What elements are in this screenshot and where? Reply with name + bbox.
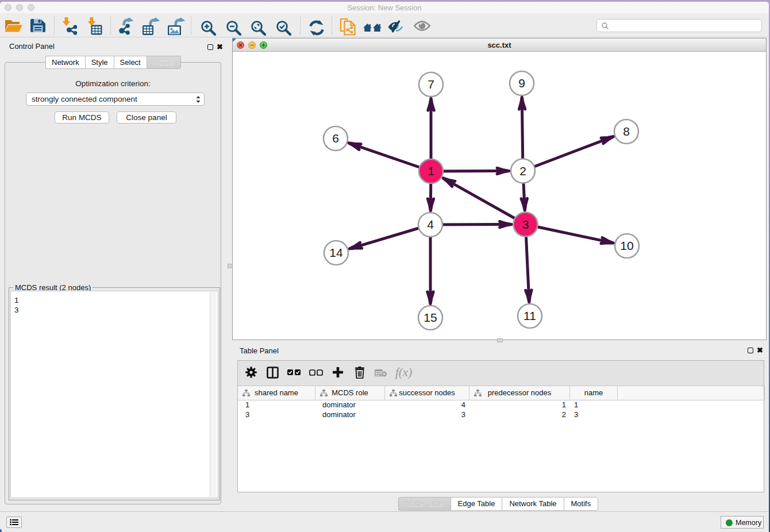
svg-text:2: 2 — [519, 164, 526, 178]
svg-text:4: 4 — [427, 218, 434, 231]
svg-text:6: 6 — [332, 132, 339, 145]
svg-text:10: 10 — [620, 239, 633, 252]
svg-text:1: 1 — [428, 164, 434, 178]
svg-text:14: 14 — [329, 246, 343, 259]
svg-text:7: 7 — [428, 78, 434, 91]
svg-text:15: 15 — [424, 311, 437, 324]
svg-text:11: 11 — [523, 309, 536, 322]
svg-text:9: 9 — [518, 76, 525, 90]
svg-text:8: 8 — [623, 125, 630, 138]
svg-text:3: 3 — [522, 218, 529, 231]
